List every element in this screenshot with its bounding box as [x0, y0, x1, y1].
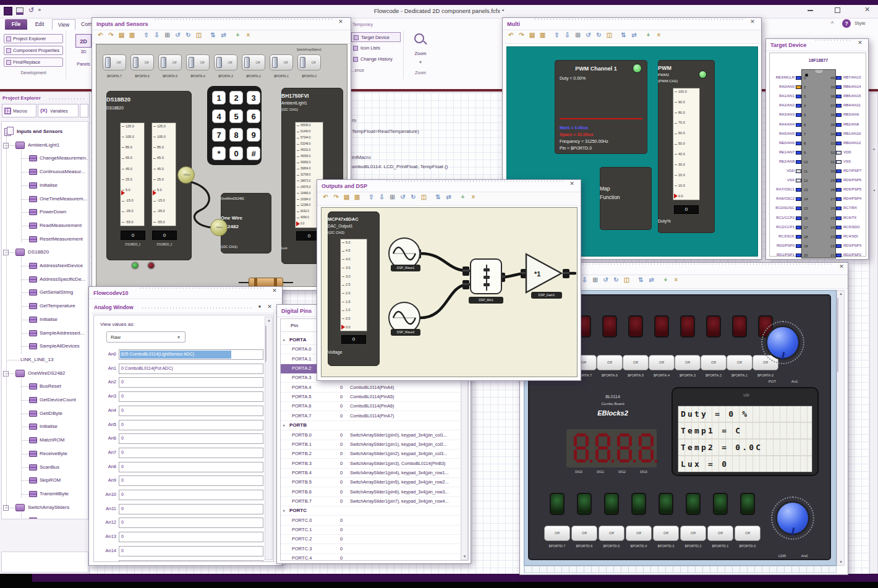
add-icon[interactable]: +: [644, 30, 653, 40]
digital-row-portc-1[interactable]: PORTC.10: [281, 526, 460, 535]
undo-quick-icon[interactable]: ↺: [28, 6, 36, 15]
tree-item-initialise[interactable]: Initialise: [2, 315, 88, 326]
remove-icon[interactable]: ×: [671, 275, 681, 284]
tree-item-inputs-and-sensors[interactable]: Inputs and Sensors: [2, 127, 88, 138]
zoom-dropdown-icon[interactable]: ▾: [417, 59, 424, 64]
digital-row-portc-2[interactable]: PORTC.20: [281, 535, 460, 544]
eblocks-vertical-scrollbar[interactable]: ▲▼: [837, 290, 845, 566]
explorer-tab-macros[interactable]: Macros: [2, 104, 36, 117]
tree-item-onewireds2482[interactable]: −OneWireDS2482: [2, 369, 88, 380]
explorer-tab-variables[interactable]: {X}Variables: [38, 104, 79, 117]
flowcode-window-titlebar[interactable]: Flowcodev10✕: [89, 287, 282, 299]
digital-row-portc-4[interactable]: PORTC.40: [281, 554, 460, 561]
ldr-knob[interactable]: [775, 501, 810, 535]
paste-icon[interactable]: ▥: [352, 192, 362, 202]
tree-item-gethandle[interactable]: GetHandle: [2, 516, 88, 519]
analog-input-an2[interactable]: 0: [119, 377, 263, 388]
bus-node-2[interactable]: 1Wire: [210, 219, 228, 236]
board-button--portd-2[interactable]: Off: [680, 526, 706, 541]
digital-row-portc-3[interactable]: PORTC.30: [281, 545, 460, 554]
bring-front-icon[interactable]: ⇧: [142, 30, 151, 40]
board-button--portd-5[interactable]: Off: [599, 526, 624, 541]
analog-input-an6[interactable]: 0: [119, 433, 263, 444]
swap-vertical-icon[interactable]: ⇅: [619, 30, 628, 40]
outputs-window-titlebar[interactable]: Outputs and DSP✕: [317, 180, 581, 192]
swap-vertical-icon[interactable]: ⇅: [433, 192, 443, 202]
save-icon[interactable]: [16, 7, 23, 15]
paste-icon[interactable]: ▥: [538, 30, 547, 40]
dsp-mixer-component[interactable]: [470, 258, 502, 294]
digital-row-portc-0[interactable]: PORTC.00: [281, 516, 460, 526]
target-window-titlebar[interactable]: Target Device✕: [766, 39, 868, 51]
style-button[interactable]: Style: [855, 20, 873, 27]
analog-input-an4[interactable]: 0: [119, 406, 263, 416]
swap-vertical-icon[interactable]: ⇅: [208, 30, 218, 40]
undo-icon[interactable]: ↶: [96, 30, 105, 40]
grid-icon[interactable]: ⊞: [163, 30, 172, 40]
zoom-button[interactable]: Zoom: [411, 51, 430, 57]
ribbon-collapse-icon[interactable]: ^: [831, 20, 837, 27]
analog-input-an8[interactable]: 0: [119, 462, 263, 472]
digital-row-porta-4[interactable]: PORTA.40ComboBL0114(PinA4): [281, 383, 460, 393]
tree-item-matchrom[interactable]: MatchROM: [2, 435, 88, 446]
layers-icon[interactable]: ◫: [622, 275, 631, 284]
digital-row-portb-4[interactable]: PORTB.40SwitchArraySlider1(pin4), keypad…: [281, 469, 460, 478]
analog-pin-icon[interactable]: ●: [256, 304, 263, 311]
layers-icon[interactable]: ◫: [605, 30, 614, 40]
rotate-right-icon[interactable]: ↻: [184, 30, 193, 40]
analog-input-an1[interactable]: 0 ComboBL0114(Pot ADC): [119, 364, 263, 374]
digital-row-portb-6[interactable]: PORTB.60SwitchArraySlider1(pin6), keypad…: [281, 488, 460, 497]
main-vertical-scrollbar[interactable]: ▸▴: [869, 93, 878, 574]
ribbon-button-find-replace[interactable]: Find/Replace: [4, 58, 63, 67]
digital-row-portb-7[interactable]: PORTB.70SwitchArraySlider1(pin7), keypad…: [281, 497, 460, 506]
tree-item-initialise[interactable]: Initialise: [2, 181, 88, 192]
explorer-tab-partial[interactable]: [80, 104, 88, 117]
rotate-right-icon[interactable]: ↻: [612, 275, 621, 284]
bring-front-icon[interactable]: ⇧: [552, 30, 561, 40]
eblocks-horizontal-scrollbar[interactable]: [524, 566, 837, 573]
swap-horizontal-icon[interactable]: ⇄: [647, 275, 656, 284]
close-icon[interactable]: ✕: [864, 6, 872, 14]
tree-item-transmitbyte[interactable]: TransmitByte: [2, 489, 88, 500]
flowcode-window-close-icon[interactable]: ✕: [271, 287, 278, 294]
tree-item-link-line-13[interactable]: LINK_LINE_13: [2, 355, 88, 366]
board-button--portd-7[interactable]: Off: [544, 526, 570, 541]
tree-item-addressspecificde-[interactable]: AddressSpecificDe...: [2, 275, 88, 286]
analog-input-an12[interactable]: 0: [119, 518, 263, 528]
tree-item-samplealldevices[interactable]: SampleAllDevices: [2, 341, 88, 352]
layers-icon[interactable]: ◫: [194, 30, 203, 40]
swap-horizontal-icon[interactable]: ⇄: [219, 30, 228, 40]
digital-row-porta-6[interactable]: PORTA.60ComboBL0114(PinA6): [281, 402, 460, 411]
grid-icon[interactable]: ⊞: [590, 275, 600, 284]
tree-item-gettemperature[interactable]: GetTemperature: [2, 301, 88, 312]
analog-close-icon[interactable]: ✕: [266, 304, 273, 311]
analog-input-an7[interactable]: 0: [119, 448, 263, 458]
tab-view[interactable]: View: [52, 19, 75, 30]
tree-item-scanbus[interactable]: ScanBus: [2, 462, 88, 474]
undo-icon[interactable]: ↶: [506, 30, 516, 40]
board-button--porta-6[interactable]: Off: [597, 355, 623, 370]
digital-row-portb-1[interactable]: PORTB.10SwitchArraySlider1(pin1), keypad…: [281, 440, 460, 450]
board-button--portd-4[interactable]: Off: [626, 526, 652, 541]
board-button--porta-4[interactable]: Off: [649, 355, 675, 370]
remove-icon[interactable]: ×: [244, 30, 253, 40]
analog-input-an15[interactable]: 0: [119, 560, 263, 563]
board-button--portd-1[interactable]: Off: [707, 526, 733, 541]
tree-item-readmeasurement[interactable]: ReadMeasurement: [2, 221, 88, 232]
analog-window-header[interactable]: Analog Window●✕: [92, 301, 281, 313]
tree-item-addressnextdevice[interactable]: AddressNextDevice: [2, 261, 88, 272]
inputs-window-close-icon[interactable]: ✕: [337, 18, 344, 25]
tree-item-onetimemeasurem-[interactable]: OneTimeMeasurem...: [2, 194, 88, 205]
panel-2d-button[interactable]: 2D: [75, 34, 92, 48]
swap-horizontal-icon[interactable]: ⇄: [444, 192, 453, 202]
tree-item-getdevicecount[interactable]: GetDeviceCount: [2, 395, 88, 406]
grid-icon[interactable]: ⊞: [573, 30, 582, 40]
copy-icon[interactable]: ▤: [527, 30, 537, 40]
digital-row-portb-5[interactable]: PORTB.50SwitchArraySlider1(pin5), keypad…: [281, 478, 460, 487]
window-inputs-sensors[interactable]: Inputs and Sensors✕↶↷▤▥⇧⇩⊞↺↻◫⇅⇄+×Off$POR…: [92, 17, 351, 291]
redo-icon[interactable]: ↷: [331, 192, 341, 202]
swap-vertical-icon[interactable]: ⇅: [636, 275, 646, 284]
tree-item-continuousmeasur-[interactable]: ContinuousMeasur...: [2, 167, 88, 178]
tree-item-getserialstring[interactable]: GetSerialString: [2, 288, 88, 299]
remove-icon[interactable]: ×: [654, 30, 663, 40]
